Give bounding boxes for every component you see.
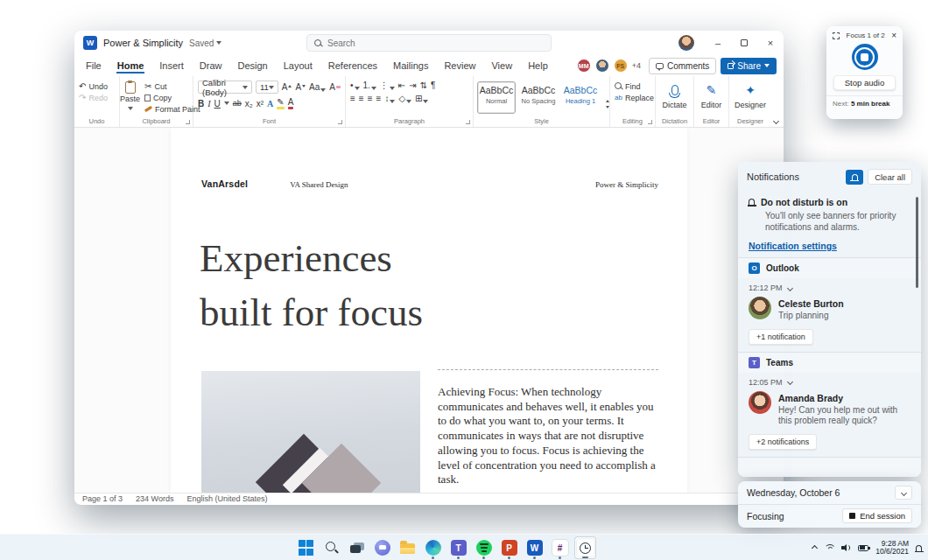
expand-icon[interactable] [833, 32, 840, 39]
tab-design[interactable]: Design [236, 58, 268, 74]
collapse-ribbon-icon[interactable] [773, 118, 779, 124]
notification-outlook[interactable]: Celeste Burton Trip planning [738, 294, 921, 324]
section-teams[interactable]: T Teams [738, 352, 921, 373]
more-notifications-chip[interactable]: +2 notifications [749, 434, 817, 450]
taskbar-search-button[interactable] [320, 536, 342, 559]
dialog-launcher-icon[interactable] [338, 120, 342, 124]
notification-settings-link[interactable]: Notification settings [749, 241, 837, 251]
dialog-launcher-icon[interactable] [186, 120, 190, 124]
tab-file[interactable]: File [85, 58, 102, 74]
clock-app-button[interactable] [574, 536, 596, 559]
page-indicator[interactable]: Page 1 of 3 [82, 494, 123, 503]
style-gallery-down-icon[interactable] [606, 106, 609, 108]
presence-avatar-photo[interactable] [595, 59, 609, 73]
numbering-button[interactable]: 1. [363, 80, 376, 90]
find-button[interactable]: Find [610, 80, 655, 92]
superscript-button[interactable]: x² [257, 99, 264, 108]
share-button[interactable]: Share [721, 58, 777, 74]
section-outlook[interactable]: O Outlook [738, 257, 921, 278]
align-center-button[interactable]: ≡ [359, 94, 364, 103]
spotify-button[interactable] [473, 536, 495, 559]
subscript-button[interactable]: x₂ [245, 99, 253, 108]
redo-button[interactable]: ↷Redo [74, 92, 119, 103]
slack-button[interactable]: # [549, 536, 571, 559]
file-explorer-button[interactable] [397, 536, 418, 559]
document-image[interactable] [201, 371, 420, 493]
close-icon[interactable]: × [891, 32, 896, 39]
section-calendar[interactable]: Calendar [738, 457, 921, 478]
save-status[interactable]: Saved [189, 38, 221, 48]
minimize-button[interactable]: – [705, 31, 731, 55]
volume-icon[interactable] [841, 543, 851, 552]
more-notifications-chip[interactable]: +1 notification [749, 329, 813, 345]
search-box[interactable] [306, 34, 552, 52]
bold-button[interactable]: B [198, 99, 204, 108]
font-color-button[interactable]: A [288, 97, 294, 109]
notification-group-time[interactable]: 12:12 PM [738, 278, 921, 294]
align-left-button[interactable]: ≡ [350, 94, 355, 103]
presence-avatar-fs[interactable]: FS [614, 59, 628, 73]
wifi-icon[interactable] [824, 544, 834, 552]
calendar-collapse-button[interactable] [895, 486, 912, 500]
text-highlight-button[interactable]: ✎ [277, 97, 284, 109]
grow-font-button[interactable]: A [282, 82, 292, 92]
style-normal[interactable]: AaBbCc Normal [477, 81, 516, 114]
align-right-button[interactable]: ≡ [368, 94, 373, 103]
taskbar-clock[interactable]: 9:28 AM 10/6/2021 [875, 540, 909, 556]
notification-bell-icon[interactable] [916, 545, 922, 551]
undo-button[interactable]: ↶Undo [74, 80, 119, 92]
chevron-down-icon[interactable] [224, 102, 229, 105]
presence-avatar-mm[interactable]: MM [577, 59, 591, 73]
decrease-indent-button[interactable]: ⇤ [398, 80, 405, 90]
borders-button[interactable]: ⊞ [415, 94, 428, 103]
tab-layout[interactable]: Layout [283, 58, 313, 74]
tab-help[interactable]: Help [527, 58, 549, 74]
presence-overflow-count[interactable]: +4 [632, 61, 641, 70]
style-gallery-up-icon[interactable] [606, 100, 609, 102]
notification-group-time[interactable]: 12:05 PM [738, 373, 921, 388]
notification-teams[interactable]: Amanda Brady Hey! Can you help me out wi… [738, 388, 921, 429]
replace-button[interactable]: abReplace [610, 92, 655, 103]
do-not-disturb-toggle[interactable] [846, 170, 863, 185]
teams-button[interactable]: T [447, 536, 469, 559]
word-count[interactable]: 234 Words [136, 494, 173, 503]
line-spacing-button[interactable]: ↕ [384, 94, 395, 103]
search-input[interactable] [327, 38, 520, 48]
designer-button[interactable]: ✦ Designer [729, 80, 771, 109]
tab-references[interactable]: References [327, 58, 378, 74]
multilevel-list-button[interactable]: ⋮ [380, 80, 395, 90]
change-case-button[interactable]: Aa [309, 82, 326, 92]
account-avatar[interactable] [678, 35, 694, 51]
font-size-select[interactable]: 11 [256, 80, 278, 94]
chat-button[interactable] [371, 536, 393, 559]
font-name-select[interactable]: Calibri (Body) [198, 80, 252, 94]
editor-button[interactable]: ✎ Editor [694, 80, 728, 109]
dialog-launcher-icon[interactable] [466, 120, 470, 124]
document-page[interactable]: VanArsdel VA Shared Design Power & Simpl… [171, 128, 687, 493]
close-button[interactable]: × [757, 31, 784, 55]
shrink-font-button[interactable]: A [295, 82, 306, 92]
tab-home[interactable]: Home [116, 58, 145, 74]
document-canvas[interactable]: VanArsdel VA Shared Design Power & Simpl… [74, 128, 784, 493]
powerpoint-button[interactable]: P [498, 536, 520, 559]
tab-insert[interactable]: Insert [158, 58, 185, 74]
style-heading-1[interactable]: AaBbCc Heading 1 [561, 81, 600, 114]
stop-audio-button[interactable]: Stop audio [833, 75, 896, 90]
tab-view[interactable]: View [490, 58, 513, 74]
battery-icon[interactable] [858, 545, 868, 551]
tab-draw[interactable]: Draw [199, 58, 223, 74]
italic-button[interactable]: I [207, 99, 210, 108]
style-no-spacing[interactable]: AaBbCc No Spacing [519, 81, 558, 114]
tray-overflow-chevron-icon[interactable] [812, 544, 818, 550]
language-indicator[interactable]: English (United States) [186, 494, 267, 503]
shading-button[interactable]: ◇ [398, 94, 411, 103]
comments-button[interactable]: Comments [649, 58, 716, 74]
strikethrough-button[interactable]: ab [233, 99, 242, 108]
dialog-launcher-icon[interactable] [648, 120, 652, 124]
show-formatting-button[interactable]: ¶ [431, 80, 435, 90]
sort-button[interactable]: ⇅ [420, 80, 427, 90]
justify-button[interactable]: ≡ [376, 94, 382, 103]
word-button[interactable]: W [524, 536, 545, 559]
tab-review[interactable]: Review [443, 58, 476, 74]
text-effects-button[interactable]: A [267, 99, 273, 108]
